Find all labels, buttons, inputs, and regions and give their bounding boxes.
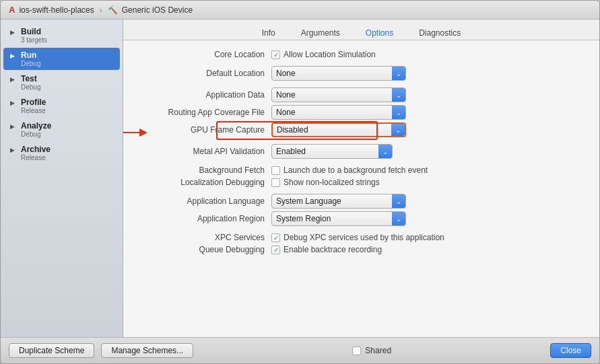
- select-application-language[interactable]: System Language ⌄: [271, 194, 406, 209]
- label-queue-text: Enable backtrace recording: [284, 245, 382, 254]
- sidebar-item-archive[interactable]: ▶ Archive Release: [3, 142, 120, 164]
- checkbox-shared[interactable]: [352, 347, 361, 355]
- select-arrow-application-region: ⌄: [392, 212, 405, 225]
- select-default-location[interactable]: None ⌄: [271, 66, 406, 81]
- label-core-location: Core Location: [137, 50, 271, 59]
- checkbox-xpc[interactable]: [271, 233, 280, 242]
- arrow-icon-test: ▶: [10, 76, 17, 83]
- sidebar-item-run[interactable]: ▶ Run Debug: [3, 48, 120, 70]
- device-name: Generic iOS Device: [122, 5, 193, 15]
- sidebar-item-analyze[interactable]: ▶ Analyze Debug: [3, 118, 120, 141]
- control-default-location: None ⌄: [271, 66, 586, 81]
- checkbox-core-location[interactable]: [271, 50, 280, 59]
- checkbox-background-fetch[interactable]: [271, 166, 280, 175]
- select-default-location-value: None: [276, 69, 296, 78]
- control-localization: Show non-localized strings: [271, 178, 586, 187]
- checkbox-row-localization: Show non-localized strings: [271, 178, 380, 187]
- arrow-icon-profile: ▶: [10, 100, 17, 106]
- select-arrow-application-data: ⌄: [392, 88, 405, 102]
- label-application-data: Application Data: [137, 90, 271, 100]
- control-application-language: System Language ⌄: [271, 194, 586, 209]
- device-icon: 🔨: [108, 5, 118, 15]
- control-queue-debugging: Enable backtrace recording: [271, 245, 586, 254]
- label-allow-location: Allow Location Simulation: [284, 50, 376, 59]
- arrow-icon-build: ▶: [10, 29, 17, 36]
- main-content: ▶ Build 3 targets ▶ Run Debug ▶ Test Deb…: [1, 20, 599, 337]
- right-panel: Info Arguments Options Diagnostics Core …: [123, 20, 599, 337]
- manage-schemes-button[interactable]: Manage Schemes...: [101, 343, 193, 358]
- breadcrumb-sep: ›: [100, 5, 102, 15]
- select-arrow-routing-app: ⌄: [392, 106, 405, 119]
- control-core-location: Allow Location Simulation: [271, 50, 586, 59]
- sidebar-label-test: Test: [21, 74, 40, 83]
- row-routing-app: Routing App Coverage File None ⌄: [137, 105, 586, 120]
- label-background-fetch: Background Fetch: [137, 166, 271, 175]
- select-gpu-frame-capture[interactable]: Disabled ⌄: [271, 122, 406, 137]
- select-application-region[interactable]: System Region ⌄: [271, 211, 406, 226]
- select-metal-api[interactable]: Enabled ⌄: [271, 144, 393, 159]
- sidebar-sub-build: 3 targets: [21, 36, 47, 44]
- row-background-fetch: Background Fetch Launch due to a backgro…: [137, 166, 586, 175]
- checkbox-row-queue: Enable backtrace recording: [271, 245, 382, 254]
- sidebar-item-test[interactable]: ▶ Test Debug: [3, 71, 120, 94]
- tab-arguments[interactable]: Arguments: [288, 25, 353, 40]
- label-xpc-services: XPC Services: [137, 233, 271, 242]
- tab-info[interactable]: Info: [249, 25, 288, 40]
- row-default-location: Default Location None ⌄: [137, 66, 586, 81]
- xcode-icon: A: [9, 5, 15, 15]
- label-localization: Localization Debugging: [137, 178, 271, 187]
- row-gpu-frame-capture: GPU Frame Capture Disabled ⌄: [137, 122, 586, 137]
- sidebar-label-build: Build: [21, 27, 47, 36]
- select-application-data[interactable]: None ⌄: [271, 87, 406, 102]
- project-name: ios-swift-hello-places: [19, 5, 94, 15]
- control-metal-api: Enabled ⌄: [271, 144, 586, 159]
- sidebar-sub-run: Debug: [21, 60, 40, 67]
- select-arrow-default-location: ⌄: [392, 67, 405, 80]
- bottom-bar: Duplicate Scheme Manage Schemes... Share…: [1, 337, 599, 363]
- control-application-data: None ⌄: [271, 87, 586, 102]
- sidebar-label-profile: Profile: [21, 98, 46, 107]
- arrow-icon-run: ▶: [10, 52, 17, 59]
- select-metal-api-value: Enabled: [276, 147, 306, 156]
- label-default-location: Default Location: [137, 69, 271, 78]
- tab-diagnostics[interactable]: Diagnostics: [406, 25, 473, 40]
- select-gpu-frame-capture-value: Disabled: [277, 125, 308, 135]
- row-application-region: Application Region System Region ⌄: [137, 211, 586, 226]
- title-bar: A ios-swift-hello-places › 🔨 Generic iOS…: [1, 1, 599, 20]
- sidebar: ▶ Build 3 targets ▶ Run Debug ▶ Test Deb…: [1, 20, 123, 337]
- select-arrow-gpu-frame-capture: ⌄: [391, 124, 405, 136]
- shared-row: Shared: [352, 346, 391, 355]
- row-localization: Localization Debugging Show non-localize…: [137, 178, 586, 187]
- duplicate-scheme-button[interactable]: Duplicate Scheme: [9, 343, 94, 358]
- select-application-region-value: System Region: [276, 214, 331, 223]
- sidebar-sub-analyze: Debug: [21, 131, 51, 138]
- row-metal-api: Metal API Validation Enabled ⌄: [137, 144, 586, 159]
- checkbox-row-background-fetch: Launch due to a background fetch event: [271, 166, 428, 175]
- tab-options[interactable]: Options: [353, 25, 406, 40]
- checkbox-row-xpc: Debug XPC services used by this applicat…: [271, 233, 444, 242]
- sidebar-label-archive: Archive: [21, 145, 51, 154]
- checkbox-localization[interactable]: [271, 178, 280, 187]
- sidebar-sub-archive: Release: [21, 154, 51, 161]
- sidebar-item-build[interactable]: ▶ Build 3 targets: [3, 24, 120, 46]
- control-routing-app: None ⌄: [271, 105, 586, 120]
- checkbox-queue[interactable]: [271, 246, 280, 254]
- sidebar-sub-test: Debug: [21, 83, 40, 91]
- checkbox-row-core-location: Allow Location Simulation: [271, 50, 376, 59]
- control-gpu-frame-capture: Disabled ⌄: [271, 122, 586, 137]
- sidebar-label-analyze: Analyze: [21, 121, 51, 131]
- sidebar-label-run: Run: [21, 50, 40, 60]
- close-button[interactable]: Close: [550, 343, 591, 358]
- label-application-language: Application Language: [137, 196, 271, 206]
- select-routing-app[interactable]: None ⌄: [271, 105, 406, 120]
- arrow-icon-analyze: ▶: [10, 123, 17, 130]
- label-xpc-text: Debug XPC services used by this applicat…: [284, 233, 444, 242]
- label-background-fetch-text: Launch due to a background fetch event: [284, 166, 428, 175]
- sidebar-item-profile[interactable]: ▶ Profile Release: [3, 95, 120, 117]
- label-metal-api: Metal API Validation: [137, 147, 271, 156]
- sidebar-sub-profile: Release: [21, 107, 46, 114]
- row-application-language: Application Language System Language ⌄: [137, 194, 586, 209]
- select-application-data-value: None: [276, 90, 296, 100]
- row-application-data: Application Data None ⌄: [137, 87, 586, 102]
- shared-label: Shared: [365, 346, 391, 355]
